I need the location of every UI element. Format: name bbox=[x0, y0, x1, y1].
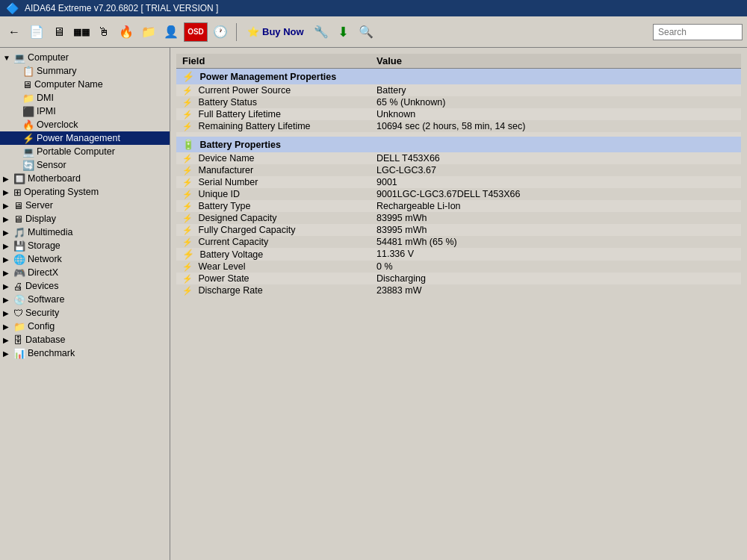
sidebar-item-network[interactable]: ▶ 🌐 Network bbox=[0, 252, 170, 266]
field-label: Current Capacity bbox=[198, 237, 268, 247]
search-magnifier-icon[interactable]: 🔍 bbox=[356, 22, 376, 42]
expand-icon: ▶ bbox=[3, 188, 12, 196]
computer-icon[interactable]: 🖥 bbox=[49, 22, 69, 42]
buy-now-button[interactable]: ⭐ Buy Now bbox=[243, 25, 309, 39]
sidebar-item-dmi[interactable]: 📁 DMI bbox=[0, 91, 170, 105]
table-row: ⚡ Serial Number 9001 bbox=[176, 176, 741, 188]
field-label: Battery Voltage bbox=[199, 249, 263, 260]
section-battery-icon: 🔋 bbox=[182, 139, 194, 150]
expand-icon: ▶ bbox=[3, 336, 12, 344]
value-cell: 9001 bbox=[371, 176, 741, 188]
field-cell: ⚡ Device Name bbox=[176, 152, 371, 164]
search-input[interactable] bbox=[653, 24, 743, 40]
wrench-icon[interactable]: 🔧 bbox=[311, 22, 331, 42]
dmi-icon: 📁 bbox=[22, 93, 34, 104]
sidebar-label-ipmi: IPMI bbox=[37, 106, 56, 116]
sidebar-item-sensor[interactable]: 🔄 Sensor bbox=[0, 158, 170, 172]
main-layout: ▼ 💻 Computer 📋 Summary 🖥 Computer Name 📁… bbox=[0, 48, 747, 560]
field-label: Device Name bbox=[198, 153, 254, 164]
sidebar-item-motherboard[interactable]: ▶ 🔲 Motherboard bbox=[0, 172, 170, 185]
back-icon[interactable]: ← bbox=[4, 22, 24, 42]
voltage-icon: ⚡ bbox=[182, 249, 194, 260]
section-title-power: Power Management Properties bbox=[199, 72, 336, 82]
table-row: ⚡ Battery Status 65 % (Unknown) bbox=[176, 96, 741, 108]
table-row: ⚡ Wear Level 0 % bbox=[176, 261, 741, 273]
value-column-header: Value bbox=[371, 54, 741, 69]
osd-button[interactable]: OSD bbox=[184, 22, 208, 42]
sidebar-item-server[interactable]: ▶ 🖥 Server bbox=[0, 199, 170, 212]
sidebar-item-display[interactable]: ▶ 🖥 Display bbox=[0, 212, 170, 225]
folder-icon[interactable]: 📁 bbox=[139, 22, 158, 42]
value-cell: 23883 mW bbox=[371, 284, 741, 296]
sidebar-label-dmi: DMI bbox=[37, 93, 54, 103]
sidebar-item-software[interactable]: ▶ 💿 Software bbox=[0, 293, 170, 306]
table-row: ⚡ Full Battery Lifetime Unknown bbox=[176, 108, 741, 120]
power-icon: ⚡ bbox=[22, 133, 34, 144]
section-header-power-management: ⚡ Power Management Properties bbox=[176, 69, 741, 85]
sidebar-item-multimedia[interactable]: ▶ 🎵 Multimedia bbox=[0, 225, 170, 239]
field-label: Wear Level bbox=[198, 261, 245, 272]
data-table: Field Value ⚡ Power Management Propertie… bbox=[176, 54, 741, 296]
field-label: Battery Type bbox=[198, 201, 250, 211]
green-down-icon[interactable]: ⬇ bbox=[334, 22, 353, 42]
value-cell: 10694 sec (2 hours, 58 min, 14 sec) bbox=[371, 120, 741, 132]
storage-icon: 💾 bbox=[13, 240, 25, 252]
sidebar-item-computer[interactable]: ▼ 💻 Computer bbox=[0, 51, 170, 64]
field-cell: ⚡ Battery Voltage bbox=[176, 248, 371, 261]
table-row: ⚡ Current Capacity 54481 mWh (65 %) bbox=[176, 236, 741, 248]
sidebar-item-directx[interactable]: ▶ 🎮 DirectX bbox=[0, 266, 170, 279]
sidebar-item-storage[interactable]: ▶ 💾 Storage bbox=[0, 239, 170, 252]
field-cell: ⚡ Discharge Rate bbox=[176, 284, 371, 296]
field-label: Battery Status bbox=[198, 97, 257, 108]
person-icon[interactable]: 👤 bbox=[161, 22, 181, 42]
field-label: Serial Number bbox=[198, 177, 258, 187]
field-column-header: Field bbox=[176, 54, 371, 69]
sidebar-item-devices[interactable]: ▶ 🖨 Devices bbox=[0, 279, 170, 293]
field-green-icon: ⚡ bbox=[182, 262, 193, 271]
security-icon: 🛡 bbox=[13, 308, 23, 319]
sidebar-item-computer-name[interactable]: 🖥 Computer Name bbox=[0, 78, 170, 91]
sidebar-item-power-management[interactable]: ⚡ Power Management bbox=[0, 131, 170, 145]
field-green-icon: ⚡ bbox=[182, 122, 193, 131]
clock-icon[interactable]: 🕐 bbox=[211, 22, 230, 42]
sidebar-item-operating-system[interactable]: ▶ ⊞ Operating System bbox=[0, 185, 170, 199]
sidebar-item-database[interactable]: ▶ 🗄 Database bbox=[0, 333, 170, 346]
sidebar-label-power-management: Power Management bbox=[37, 133, 120, 143]
table-row: ⚡ Battery Voltage 11.336 V bbox=[176, 248, 741, 261]
flame-icon[interactable]: 🔥 bbox=[117, 22, 136, 42]
field-green-icon: ⚡ bbox=[182, 237, 193, 246]
sidebar-label-benchmark: Benchmark bbox=[28, 348, 75, 358]
expand-icon: ▶ bbox=[3, 282, 12, 290]
sidebar-label-sensor: Sensor bbox=[37, 160, 66, 170]
table-row: ⚡ Manufacturer LGC-LGC3.67 bbox=[176, 164, 741, 176]
mouse-icon[interactable]: 🖱 bbox=[94, 22, 114, 42]
sidebar-item-summary[interactable]: 📋 Summary bbox=[0, 64, 170, 78]
expand-icon: ▶ bbox=[3, 349, 12, 358]
section-green-icon: ⚡ bbox=[182, 71, 194, 82]
sidebar-item-overclock[interactable]: 🔥 Overclock bbox=[0, 118, 170, 131]
buy-now-label: Buy Now bbox=[262, 26, 304, 37]
table-row: ⚡ Current Power Source Battery bbox=[176, 84, 741, 96]
sidebar-item-config[interactable]: ▶ 📁 Config bbox=[0, 320, 170, 333]
sidebar-item-portable-computer[interactable]: 💻 Portable Computer bbox=[0, 145, 170, 158]
field-green-icon: ⚡ bbox=[182, 202, 193, 211]
field-label: Designed Capacity bbox=[198, 213, 276, 223]
section-title-battery: Battery Properties bbox=[199, 140, 280, 150]
sidebar-item-benchmark[interactable]: ▶ 📊 Benchmark bbox=[0, 346, 170, 360]
table-row: ⚡ Battery Type Rechargeable Li-Ion bbox=[176, 200, 741, 212]
sidebar-label-motherboard: Motherboard bbox=[28, 173, 81, 184]
field-green-icon: ⚡ bbox=[182, 86, 193, 95]
table-row: ⚡ Fully Charged Capacity 83995 mWh bbox=[176, 224, 741, 236]
field-label: Fully Charged Capacity bbox=[198, 225, 295, 235]
field-label: Full Battery Lifetime bbox=[198, 109, 280, 119]
search-area bbox=[653, 24, 743, 40]
sidebar-item-ipmi[interactable]: ⬛ IPMI bbox=[0, 105, 170, 118]
sidebar-label-devices: Devices bbox=[25, 281, 58, 291]
barcode-icon[interactable]: ▦▦ bbox=[72, 22, 91, 42]
computer-icon: 💻 bbox=[13, 52, 25, 63]
sidebar-item-security[interactable]: ▶ 🛡 Security bbox=[0, 306, 170, 320]
os-icon: ⊞ bbox=[13, 187, 22, 198]
file-icon[interactable]: 📄 bbox=[27, 22, 46, 42]
expand-icon: ▶ bbox=[3, 269, 12, 277]
database-icon: 🗄 bbox=[13, 335, 23, 346]
